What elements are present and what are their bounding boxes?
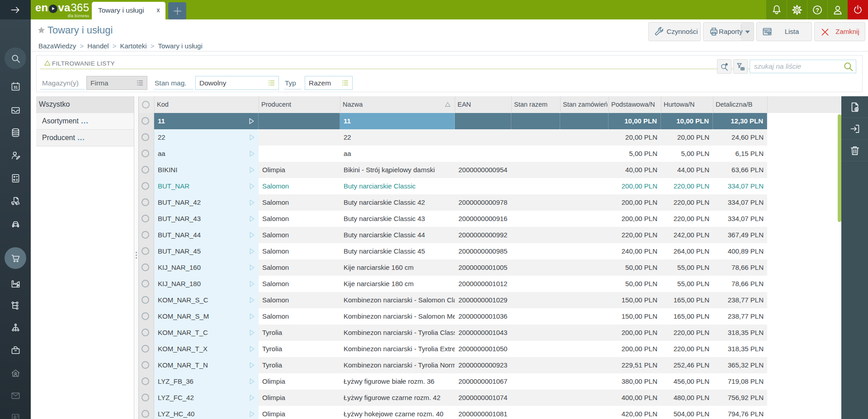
- sidebar-item-contacts[interactable]: [0, 144, 31, 166]
- row-radio[interactable]: [142, 215, 149, 222]
- play-outline-icon[interactable]: [248, 377, 256, 386]
- sidebar-item-calculator[interactable]: [0, 167, 31, 189]
- row-radio[interactable]: [142, 312, 149, 320]
- play-outline-icon[interactable]: [248, 393, 256, 402]
- row-select-cell[interactable]: [139, 113, 154, 129]
- play-outline-icon[interactable]: [248, 231, 256, 240]
- grid-header-ean[interactable]: EAN: [455, 96, 511, 113]
- row-select-cell[interactable]: [139, 227, 154, 243]
- raporty-dropdown-button[interactable]: [741, 23, 754, 41]
- row-radio[interactable]: [142, 198, 149, 206]
- row-select-cell[interactable]: [139, 211, 154, 227]
- grid-scrollbar[interactable]: [838, 114, 841, 222]
- row-radio[interactable]: [142, 182, 149, 190]
- row-radio[interactable]: [142, 361, 149, 369]
- tab-close-button[interactable]: x: [155, 2, 161, 18]
- magnifier-icon[interactable]: [843, 61, 854, 72]
- grid-header-select-all[interactable]: [139, 96, 154, 113]
- row-select-cell[interactable]: [139, 276, 154, 292]
- table-row-LYZ_HC_40[interactable]: LYZ_HC_40OlimpiaŁyżwy hokejowe czarne ro…: [139, 406, 841, 419]
- grid-header-detaliczna-b[interactable]: Detaliczna/B: [713, 96, 767, 113]
- lista-button[interactable]: Lista: [756, 22, 812, 41]
- logout-button[interactable]: [848, 0, 868, 19]
- play-outline-icon[interactable]: [248, 263, 256, 272]
- breadcrumb-item[interactable]: Kartoteki: [120, 42, 146, 50]
- grid-header-stan-zam-wie-[interactable]: Stan zamówień: [560, 96, 609, 113]
- row-select-cell[interactable]: [139, 390, 154, 406]
- sidebar-item-database[interactable]: [0, 122, 31, 143]
- splitter-handle[interactable]: [134, 250, 138, 260]
- table-row-BUT_NAR_44[interactable]: BUT_NAR_44SalomonButy narciarskie Classi…: [139, 227, 841, 243]
- row-select-cell[interactable]: [139, 308, 154, 325]
- sidebar-item-mail[interactable]: [0, 385, 31, 406]
- select-all-radio[interactable]: [142, 101, 150, 108]
- table-row-KOM_NAR_T_C[interactable]: KOM_NAR_T_CTyroliaKombinezon narciarski …: [139, 325, 841, 341]
- play-outline-icon[interactable]: [248, 214, 256, 223]
- table-row-BUT_NAR_42[interactable]: BUT_NAR_42SalomonButy narciarskie Classi…: [139, 194, 841, 211]
- play-outline-icon[interactable]: [248, 198, 256, 207]
- filter-columns-button[interactable]: [733, 59, 748, 74]
- play-outline-icon[interactable]: [248, 149, 256, 158]
- play-outline-icon[interactable]: [248, 344, 256, 353]
- sidebar-item-car[interactable]: [0, 213, 31, 235]
- row-radio[interactable]: [142, 394, 149, 401]
- row-select-cell[interactable]: [139, 162, 154, 178]
- row-select-cell[interactable]: [139, 357, 154, 373]
- settings-button[interactable]: [787, 0, 807, 19]
- breadcrumb-item[interactable]: Towary i usługi: [158, 42, 202, 50]
- row-select-cell[interactable]: [139, 243, 154, 259]
- sidebar-toggle-button[interactable]: [0, 0, 31, 19]
- grid-header-hurtowa-n[interactable]: Hurtowa/N: [661, 96, 713, 113]
- list-search-input[interactable]: [750, 60, 856, 73]
- sidebar-item-briefcase[interactable]: [0, 339, 31, 361]
- table-row-BUT_NAR_45[interactable]: BUT_NAR_45SalomonButy narciarskie Classi…: [139, 243, 841, 259]
- sidebar-item-cart[interactable]: [5, 247, 26, 269]
- row-select-cell[interactable]: [139, 129, 154, 146]
- grid-header-stan-razem[interactable]: Stan razem: [511, 96, 560, 113]
- table-row-KOM_NAR_T_N[interactable]: KOM_NAR_T_NTyroliaKombinezon narciarski …: [139, 357, 841, 373]
- row-select-cell[interactable]: [139, 406, 154, 419]
- filter-dropdown-typ[interactable]: Razem: [305, 76, 353, 90]
- row-select-cell[interactable]: [139, 341, 154, 357]
- table-row-KIJ_NAR_160[interactable]: KIJ_NAR_160SalomonKije narciarskie 160 c…: [139, 259, 841, 276]
- table-row-KOM_NAR_T_X[interactable]: KOM_NAR_T_XTyroliaKombinezon narciarski …: [139, 341, 841, 357]
- table-row-KOM_NAR_S_M[interactable]: KOM_NAR_S_MSalomonKombinezon narciarski …: [139, 308, 841, 325]
- delete-record-button[interactable]: [841, 140, 868, 161]
- play-outline-icon[interactable]: [248, 279, 256, 288]
- row-radio[interactable]: [142, 296, 149, 304]
- row-radio[interactable]: [142, 247, 149, 255]
- row-select-cell[interactable]: [139, 178, 154, 194]
- sidebar-item-branch[interactable]: [0, 317, 31, 339]
- row-radio[interactable]: [142, 264, 149, 271]
- row-select-cell[interactable]: [139, 325, 154, 341]
- advanced-search-button[interactable]: [717, 59, 731, 74]
- table-row-BUT_NAR[interactable]: BUT_NARSalomonButy narciarskie Classic20…: [139, 178, 841, 194]
- table-row-BIKINI[interactable]: BIKINIOlimpiaBikini - Strój kąpielowy da…: [139, 162, 841, 178]
- sidebar-item-hierarchy[interactable]: [0, 295, 31, 316]
- row-select-cell[interactable]: [139, 292, 154, 308]
- row-radio[interactable]: [142, 231, 149, 239]
- sidebar-item-calendar[interactable]: 31: [0, 75, 31, 97]
- play-outline-icon[interactable]: [248, 247, 256, 256]
- breadcrumb-item[interactable]: Handel: [87, 42, 109, 50]
- play-outline-icon[interactable]: [248, 182, 256, 191]
- play-outline-icon[interactable]: [248, 410, 256, 419]
- sidebar-item-delivery[interactable]: [0, 190, 31, 212]
- row-select-cell[interactable]: [139, 259, 154, 276]
- row-radio[interactable]: [142, 133, 149, 141]
- row-radio[interactable]: [142, 166, 149, 174]
- row-radio[interactable]: [142, 410, 149, 418]
- play-outline-icon[interactable]: [248, 328, 256, 337]
- grid-header-nazwa[interactable]: Nazwa: [340, 96, 455, 113]
- sidebar-item-search[interactable]: [5, 47, 26, 69]
- table-row-LYZ_FB_36[interactable]: LYZ_FB_36OlimpiaŁyżwy figurowe białe roz…: [139, 373, 841, 390]
- raporty-button[interactable]: Raporty: [703, 22, 754, 41]
- tab-towary-i-uslugi[interactable]: Towary i usługix: [92, 2, 165, 19]
- row-radio[interactable]: [142, 329, 149, 336]
- table-row-KIJ_NAR_180[interactable]: KIJ_NAR_180SalomonKije narciarskie 180 c…: [139, 276, 841, 292]
- sidebar-item-factory[interactable]: [0, 273, 31, 294]
- play-outline-icon[interactable]: [248, 165, 256, 174]
- tree-item-wszystko[interactable]: Wszystko: [36, 96, 134, 113]
- play-outline-icon[interactable]: [248, 312, 256, 321]
- filter-dropdown-stan-mag[interactable]: Dowolny: [195, 76, 279, 90]
